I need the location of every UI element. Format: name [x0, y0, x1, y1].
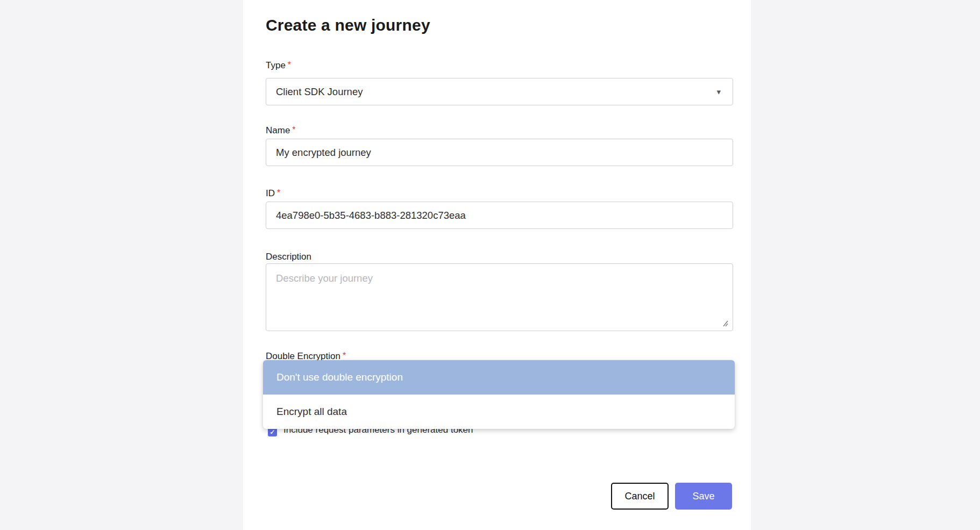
name-input[interactable] — [266, 139, 733, 166]
resize-handle-icon[interactable] — [721, 320, 728, 327]
required-asterisk: * — [288, 60, 291, 69]
dropdown-option-encrypt-all-data[interactable]: Encrypt all data — [263, 395, 735, 429]
required-asterisk: * — [277, 188, 280, 197]
description-textarea[interactable] — [266, 264, 733, 331]
type-select[interactable]: Client SDK Journey ▾ — [266, 78, 733, 105]
description-field — [266, 263, 733, 331]
id-input[interactable] — [266, 202, 733, 229]
required-asterisk: * — [292, 125, 295, 134]
dropdown-option-dont-use-double-encryption[interactable]: Don't use double encryption — [263, 360, 735, 395]
page-title: Create a new journey — [266, 16, 430, 34]
chevron-down-icon: ▾ — [716, 78, 721, 105]
double-encryption-dropdown-menu: Don't use double encryption Encrypt all … — [263, 360, 735, 429]
save-button[interactable]: Save — [675, 483, 732, 510]
description-label: Description — [266, 251, 311, 263]
checkmark-icon: ✓ — [269, 428, 275, 436]
create-journey-panel: Create a new journey Type* Client SDK Jo… — [243, 0, 751, 530]
type-label: Type* — [266, 59, 291, 71]
type-select-value: Client SDK Journey — [276, 86, 363, 97]
name-label: Name* — [266, 124, 296, 137]
cancel-button[interactable]: Cancel — [611, 483, 669, 510]
id-label: ID* — [266, 187, 280, 199]
required-asterisk: * — [343, 351, 346, 360]
